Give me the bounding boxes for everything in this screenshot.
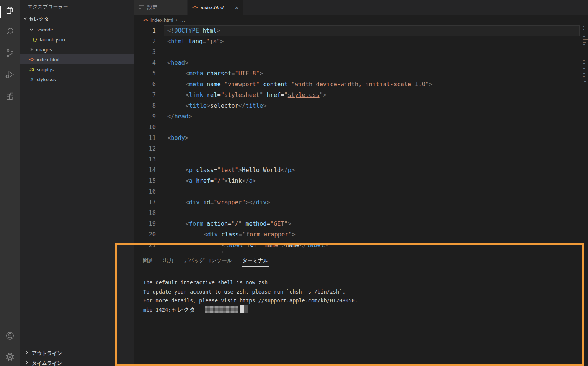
line-number: 9 [134, 111, 156, 122]
line-number: 2 [134, 36, 156, 47]
tab-label: 設定 [147, 4, 157, 11]
tree-item-style-css[interactable]: #style.css [20, 74, 134, 84]
panel-tab-output[interactable]: 出力 [163, 257, 173, 267]
minimap [583, 25, 588, 113]
chevron-right-icon [24, 360, 29, 366]
current-line-highlight [164, 25, 580, 36]
minimap-line [583, 26, 584, 27]
close-icon[interactable]: × [235, 4, 238, 11]
line-number: 21 [134, 240, 156, 251]
terminal-line: For more details, please visit https://s… [143, 296, 358, 305]
code-text: <head> [167, 57, 188, 68]
code-text: <p class="text">Hello World</p> [167, 165, 295, 176]
indent-guide [168, 165, 168, 176]
minimap-line [583, 39, 588, 40]
breadcrumb[interactable]: <> index.html › … [134, 15, 588, 25]
chevron-down-icon [23, 16, 28, 22]
code-line[interactable]: <link rel="stylesheet" href="style.css"> [167, 90, 327, 100]
tree-item-label: script.js [37, 67, 54, 72]
panel-tabs: 問題 出力 デバッグ コンソール ターミナル [134, 253, 588, 267]
code-line[interactable]: <head> [167, 57, 188, 68]
tree-item-images[interactable]: images [20, 44, 134, 54]
terminal-cursor [240, 305, 244, 313]
code-line[interactable]: <meta charset="UTF-8"> [167, 68, 263, 79]
tab-settings[interactable]: 設定 [134, 0, 187, 15]
line-number: 4 [134, 57, 156, 68]
panel-tab-debug-console[interactable]: デバッグ コンソール [183, 257, 232, 267]
code-line[interactable]: <body> [167, 133, 188, 143]
code-line[interactable]: <p class="text">Hello World</p> [167, 165, 295, 176]
minimap-line [583, 73, 585, 74]
line-number: 7 [134, 90, 156, 100]
censored-text [205, 306, 238, 313]
tree-item-script-js[interactable]: JSscript.js [20, 64, 134, 74]
tree-item-label: index.html [37, 57, 59, 62]
line-number: 3 [134, 47, 156, 57]
code-line[interactable]: <form action="/" method="GET"> [167, 218, 291, 229]
more-actions-icon[interactable]: ⋯ [121, 3, 128, 10]
code-line[interactable]: <div id="wrapper"></div> [167, 197, 270, 208]
code-line[interactable]: <label for="name">name</label> [167, 240, 328, 251]
sidebar-section-outline[interactable]: アウトライン [20, 348, 134, 358]
line-number: 8 [134, 100, 156, 111]
html-file-icon: <> [143, 18, 148, 23]
line-number: 16 [134, 186, 156, 197]
line-number: 1 [134, 25, 156, 36]
code-text: <div class="form-wrapper"> [167, 229, 296, 240]
panel-tab-problems[interactable]: 問題 [143, 257, 153, 267]
code-line[interactable]: <title>selector</title> [167, 100, 266, 111]
code-editor[interactable]: 1<!DOCTYPE html>2<html lang="ja">34<head… [134, 25, 588, 253]
activity-source-control-icon[interactable] [0, 44, 20, 62]
code-line[interactable]: <html lang="ja"> [167, 36, 224, 47]
code-line[interactable]: <meta name="viewport" content="width=dev… [167, 79, 432, 90]
indent-guide [168, 154, 168, 165]
indent-guide [168, 208, 168, 218]
code-text: <a href="/">link</a> [167, 176, 256, 186]
editor-area: 設定 <> index.html × <> index.html › … 1<!… [134, 0, 588, 366]
minimap-line [583, 76, 585, 77]
line-number: 11 [134, 133, 156, 143]
indent-guide [186, 229, 186, 240]
tab-index-html[interactable]: <> index.html × [188, 0, 243, 15]
sidebar-title: エクスプローラー [28, 3, 121, 10]
minimap-line [583, 44, 585, 45]
indent-guide [168, 240, 168, 251]
terminal[interactable]: The default interactive shell is now zsh… [143, 278, 358, 314]
activity-run-debug-icon[interactable] [0, 66, 20, 84]
code-line[interactable]: <a href="/">link</a> [167, 176, 256, 186]
sidebar-section-selector[interactable]: セレクタ [20, 13, 134, 25]
breadcrumb-file[interactable]: index.html [150, 17, 173, 23]
line-number: 10 [134, 122, 156, 133]
minimap-line [583, 36, 585, 37]
minimap-line [583, 68, 585, 69]
code-text: <meta charset="UTF-8"> [167, 68, 263, 79]
activity-settings-icon[interactable] [0, 348, 20, 366]
terminal-prompt-line: mbp-1424:セレクタ [143, 305, 358, 315]
minimap-line [583, 34, 583, 35]
censored-text-tail [244, 305, 248, 313]
line-number: 13 [134, 154, 156, 165]
sidebar-section-timeline[interactable]: タイムライン [20, 358, 134, 366]
activity-bar [0, 0, 20, 366]
code-line[interactable]: </head> [167, 111, 192, 122]
line-number: 15 [134, 176, 156, 186]
tab-label: index.html [201, 5, 223, 10]
activity-explorer-icon[interactable] [0, 1, 20, 20]
terminal-line: The default interactive shell is now zsh… [143, 278, 358, 287]
breadcrumb-more[interactable]: … [180, 17, 185, 23]
sidebar-bottom-sections: アウトラインタイムライン [20, 348, 134, 366]
tree-item-label: images [36, 47, 52, 53]
tree-item-index-html[interactable]: <>index.html [20, 54, 134, 64]
terminal-line: To update your account to use zsh, pleas… [143, 287, 358, 297]
js-file-icon: JS [28, 67, 35, 72]
indent-guide [168, 176, 168, 186]
activity-search-icon[interactable] [0, 23, 20, 41]
tree-item--vscode[interactable]: .vscode [20, 25, 134, 34]
code-line[interactable]: <div class="form-wrapper"> [167, 229, 296, 240]
indent-guide [204, 240, 204, 251]
panel-tab-terminal[interactable]: ターミナル [242, 257, 269, 267]
tree-item-launch-json[interactable]: {}launch.json [20, 34, 134, 44]
code-line[interactable]: <!DOCTYPE html> [167, 25, 220, 36]
activity-account-icon[interactable] [0, 327, 20, 345]
activity-extensions-icon[interactable] [0, 87, 20, 105]
